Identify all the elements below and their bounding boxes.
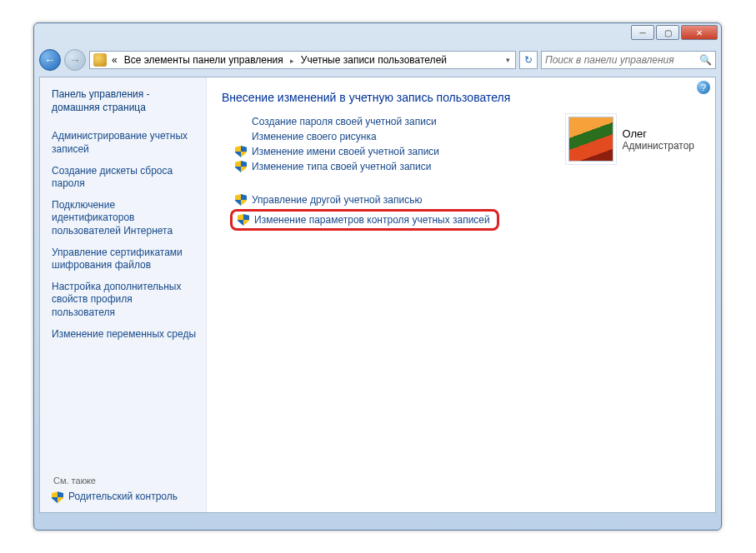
search-icon[interactable]: 🔍 (699, 54, 712, 66)
task-link-label: Изменение типа своей учетной записи (252, 161, 431, 172)
control-panel-icon (93, 53, 107, 67)
shield-icon (235, 194, 247, 206)
page-title: Внесение изменений в учетную запись поль… (222, 91, 700, 104)
search-input[interactable] (545, 54, 699, 66)
sidebar-link[interactable]: Управление сертификатами шифрования файл… (52, 242, 198, 276)
sidebar-link[interactable]: Настройка дополнительных свойств профиля… (52, 276, 198, 324)
breadcrumb-item[interactable]: Все элементы панели управления (123, 54, 285, 66)
main-pane: Внесение изменений в учетную запись поль… (207, 77, 715, 512)
minimize-button[interactable]: ─ (631, 25, 654, 40)
task-link-label: Изменение параметров контроля учетных за… (254, 214, 490, 226)
sidebar-link[interactable]: Подключение идентификаторов пользователе… (52, 195, 198, 242)
shield-icon (238, 214, 249, 226)
chevron-down-icon[interactable]: ▾ (503, 56, 513, 64)
maximize-button[interactable]: ▢ (656, 25, 679, 40)
close-button[interactable]: ✕ (681, 25, 718, 40)
task-link[interactable]: Управление другой учетной записью (235, 194, 700, 206)
shield-icon-placeholder (235, 116, 247, 127)
sidebar-home-link[interactable]: Панель управления - домашняя страница (52, 87, 198, 114)
breadcrumb-prefix: « (110, 54, 119, 66)
nav-back-button[interactable]: ← (39, 49, 61, 71)
sidebar-link[interactable]: Администрирование учетных записей (52, 126, 198, 160)
window-buttons: ─ ▢ ✕ (631, 25, 718, 40)
user-role: Администратор (622, 140, 694, 152)
navbar: ← → « Все элементы панели управления Уче… (39, 47, 716, 73)
nav-forward-button[interactable]: → (64, 49, 86, 71)
task-link-label: Изменение имени своей учетной записи (252, 146, 439, 157)
user-info: Олег Администратор (622, 127, 694, 152)
content-pane: ? Панель управления - домашняя страница … (39, 77, 716, 513)
chevron-right-icon (288, 54, 296, 66)
avatar (568, 117, 613, 162)
shield-icon-placeholder (235, 131, 247, 142)
shield-icon (235, 161, 247, 172)
search-box[interactable]: 🔍 (541, 51, 716, 69)
shield-icon (235, 146, 247, 157)
see-also-label: См. также (53, 476, 198, 486)
titlebar: ─ ▢ ✕ (34, 23, 721, 47)
breadcrumb-item[interactable]: Учетные записи пользователей (299, 54, 448, 66)
refresh-button[interactable]: ↻ (519, 51, 538, 69)
shield-icon (52, 491, 63, 503)
sidebar-link-label: Родительский контроль (68, 491, 178, 504)
control-panel-window: ─ ▢ ✕ ← → « Все элементы панели управлен… (33, 22, 722, 531)
sidebar: Панель управления - домашняя страница Ад… (40, 77, 207, 512)
user-card: Олег Администратор (564, 112, 698, 166)
task-link-label: Создание пароля своей учетной записи (252, 116, 437, 127)
task-link-label: Управление другой учетной записью (252, 194, 422, 206)
task-link-label: Изменение своего рисунка (252, 131, 377, 142)
address-bar[interactable]: « Все элементы панели управления Учетные… (89, 51, 516, 69)
user-name: Олег (622, 127, 694, 140)
task-link-highlighted[interactable]: Изменение параметров контроля учетных за… (230, 209, 499, 231)
sidebar-parental-link[interactable]: Родительский контроль (52, 491, 198, 504)
sidebar-link[interactable]: Изменение переменных среды (52, 324, 198, 346)
sidebar-link[interactable]: Создание дискеты сброса пароля (52, 161, 198, 195)
